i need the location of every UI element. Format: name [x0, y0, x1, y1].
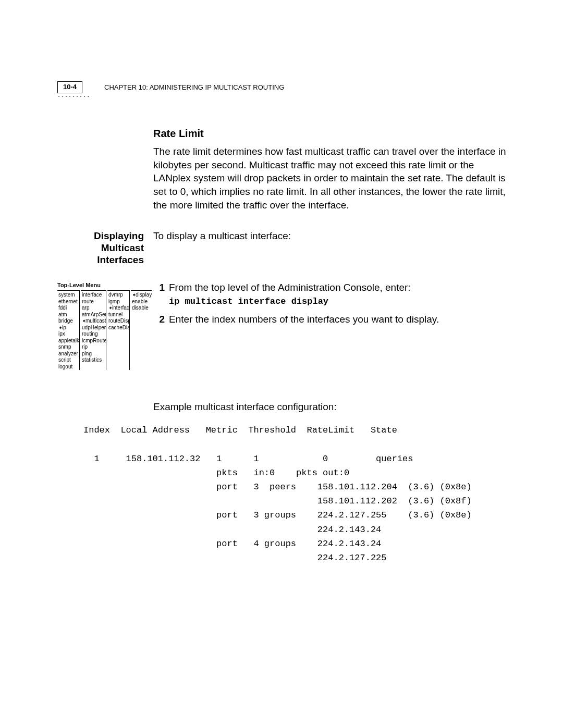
arrow-icon: ➧	[132, 292, 136, 299]
page-number: 10-4	[57, 81, 82, 93]
step-number: 2	[153, 314, 169, 325]
step-1-text: From the top level of the Administration…	[169, 282, 511, 293]
page-header: 10-4 ········· CHAPTER 10: ADMINISTERING…	[57, 83, 511, 91]
step-number: 1	[153, 282, 169, 306]
decorative-dots: ·········	[57, 94, 90, 100]
step-1: 1 From the top level of the Administrati…	[153, 282, 511, 306]
example-output: Index Local Address Metric Threshold Rat…	[83, 423, 511, 565]
menu-col-2: interface route arp atmArpServer ➧multic…	[81, 290, 106, 370]
arrow-icon: ➧	[108, 305, 112, 312]
rate-limit-heading: Rate Limit	[153, 128, 511, 140]
menu-col-4: ➧display enable disable	[131, 290, 152, 370]
top-level-menu: Top-Level Menu system ethernet fddi atm …	[57, 282, 153, 371]
rate-limit-body: The rate limit determines how fast multi…	[153, 145, 511, 212]
menu-col-1: system ethernet fddi atm bridge ➧ip ipx …	[57, 290, 80, 370]
menu-title: Top-Level Menu	[57, 282, 150, 289]
arrow-icon: ➧	[82, 318, 85, 325]
step-2: 2 Enter the index numbers of the interfa…	[153, 314, 511, 325]
menu-col-3: dvmrp igmp ➧interface tunnel routeDispla…	[107, 290, 130, 370]
displaying-side-label: Displaying Multicast Interfaces	[57, 230, 153, 266]
example-label: Example multicast interface configuratio…	[153, 401, 511, 413]
chapter-title: CHAPTER 10: ADMINISTERING IP MULTICAST R…	[104, 83, 511, 91]
step-2-text: Enter the index numbers of the interface…	[169, 314, 511, 325]
arrow-icon: ➧	[58, 325, 62, 331]
displaying-intro: To display a multicast interface:	[153, 230, 511, 242]
step-1-command: ip multicast interface display	[169, 297, 511, 306]
